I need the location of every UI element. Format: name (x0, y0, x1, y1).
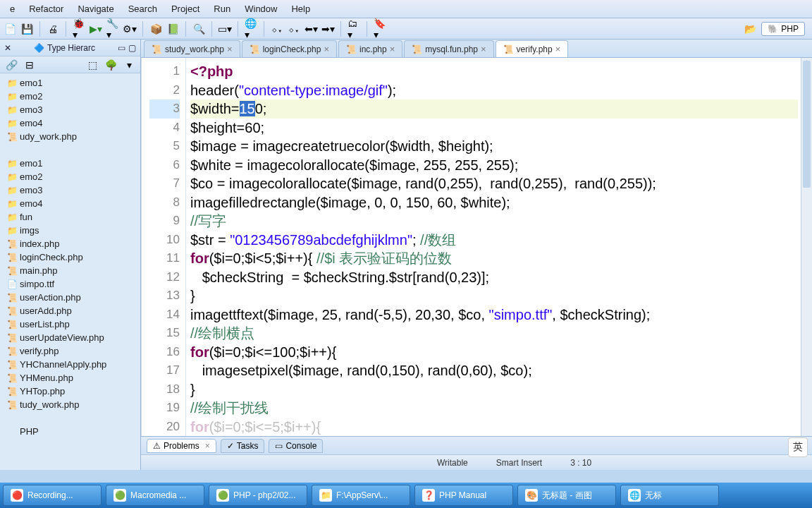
tree-item[interactable]: 📁emo4 (0, 116, 140, 130)
tree-item[interactable]: 📁emo3 (0, 103, 140, 116)
minimize-icon[interactable]: ▭ (118, 43, 125, 53)
editor-tab[interactable]: 📜mysql.fun.php× (404, 40, 493, 57)
bottom-tab[interactable]: ▭Console (269, 439, 323, 453)
editor-tab[interactable]: 📜loginCheck.php× (242, 40, 337, 57)
code-line[interactable]: } (190, 380, 798, 399)
menu-icon[interactable]: ▾ (122, 58, 136, 72)
code-line[interactable]: //绘制干扰线 (190, 399, 798, 418)
tree-item[interactable]: 📁emo3 (0, 183, 140, 197)
new-class-icon[interactable]: 📗 (166, 22, 180, 36)
taskbar-button[interactable]: 🎨无标题 - 画图 (517, 485, 616, 506)
tree-item[interactable]: 📄simpo.ttf (0, 277, 140, 291)
tree-item[interactable]: 📜index.php (0, 237, 140, 250)
tree-item[interactable]: 📁emo1 (0, 76, 140, 90)
link-icon[interactable]: 🔗 (4, 58, 18, 72)
close-icon[interactable]: × (555, 44, 561, 54)
fwd-icon[interactable]: ➡▾ (321, 22, 335, 36)
tree-item[interactable]: 📁emo2 (0, 90, 140, 103)
close-icon[interactable]: × (390, 44, 395, 54)
tree-item[interactable] (0, 143, 140, 157)
taskbar-button[interactable]: ❓PHP Manual (414, 485, 513, 506)
menu-item[interactable]: Search (121, 2, 164, 16)
code-line[interactable]: imagettftext($image, 25, rand(-5,5), 20,… (190, 306, 798, 325)
tree-item[interactable]: 📜userList.php (0, 318, 140, 331)
editor-tab[interactable]: 📜study_work.php× (144, 40, 240, 57)
bottom-tab[interactable]: ⚠Problems× (147, 439, 216, 453)
code-line[interactable]: <?php (190, 62, 798, 81)
close-view-icon[interactable]: ✕ (4, 43, 11, 53)
menu-item[interactable]: Refactor (22, 2, 70, 16)
code-line[interactable]: header("content-type:image/gif"); (190, 81, 798, 100)
menu-item[interactable]: Window (238, 2, 284, 16)
tree-item[interactable]: 📜udy_work.php (0, 130, 140, 143)
code-line[interactable]: //写字 (190, 212, 798, 231)
close-icon[interactable]: × (324, 44, 329, 54)
tree-item[interactable]: 📁emo1 (0, 157, 140, 170)
taskbar-button[interactable]: 🟢Macromedia ... (106, 485, 204, 506)
code-line[interactable]: $height=60; (190, 119, 798, 138)
menu-item[interactable]: Project (164, 2, 207, 16)
code-line[interactable]: } (190, 286, 798, 306)
tree-item[interactable]: 📜main.php (0, 264, 140, 277)
menu-item[interactable]: Help (284, 2, 317, 16)
menu-item[interactable]: e (3, 2, 22, 16)
bookmark-icon[interactable]: 🔖▾ (373, 22, 387, 36)
print-icon[interactable]: 🖨 (46, 22, 60, 36)
tree-item[interactable]: 📜userAdd.php (0, 304, 140, 318)
tree-item[interactable]: 📜verify.php (0, 344, 140, 358)
tree-item[interactable]: 📜loginCheck.php (0, 250, 140, 264)
sort-icon[interactable]: ⬚ (85, 58, 99, 72)
code-line[interactable]: $width=150; (190, 99, 798, 119)
project-tree[interactable]: 📁emo1📁emo2📁emo3📁emo4📜udy_work.php📁emo1📁e… (0, 73, 140, 470)
perspective-button[interactable]: 🐘 PHP (761, 22, 805, 36)
tree-item[interactable]: 📜YHTop.php (0, 385, 140, 398)
code-line[interactable]: $white = imagecolorallocate($image, 255,… (190, 156, 798, 175)
new-package-icon[interactable]: 📦 (149, 22, 163, 36)
code-line[interactable]: imagefilledrectangle($image, 0, 0, 150, … (190, 193, 798, 212)
tree-item[interactable]: 📜userAction.php (0, 291, 140, 304)
window-icon[interactable]: ▭▾ (218, 22, 232, 36)
maximize-icon[interactable]: ▢ (128, 43, 136, 53)
code-editor[interactable]: 1234567891011121314151617181920 <?phphea… (141, 58, 812, 436)
tree-item[interactable]: 📁fun (0, 210, 140, 224)
run-icon[interactable]: ▶▾ (89, 22, 103, 36)
debug-icon[interactable]: 🐞▾ (72, 22, 86, 36)
code-line[interactable]: for($i=0;$i<=5;$i++){ (190, 418, 798, 437)
close-icon[interactable]: × (227, 44, 233, 54)
taskbar-button[interactable]: 🌐无标 (620, 485, 719, 506)
external-icon[interactable]: 🔧▾ (106, 22, 120, 36)
taskbar-button[interactable]: 📁F:\AppServ\... (312, 485, 410, 506)
close-icon[interactable]: × (481, 44, 486, 54)
bottom-tab[interactable]: ✓Tasks (221, 439, 265, 453)
nav-icon[interactable]: ⬦▾ (270, 22, 284, 36)
vertical-scrollbar[interactable]: ▲ (801, 58, 812, 436)
back-icon[interactable]: ⬅▾ (304, 22, 318, 36)
search-icon[interactable]: 🔍 (192, 22, 206, 36)
tree-item[interactable]: 📜YHMenu.php (0, 371, 140, 385)
code-line[interactable]: imagesetpixel($image, rand(0,150), rand(… (190, 361, 798, 380)
code-line[interactable]: $co = imagecolorallocate($image, rand(0,… (190, 174, 798, 193)
save-icon[interactable]: 💾 (20, 22, 34, 36)
code-lines[interactable]: <?phpheader("content-type:image/gif");$w… (186, 58, 801, 436)
tree-item[interactable]: PHP (0, 425, 140, 438)
filter-icon[interactable]: 🌳 (104, 58, 118, 72)
menu-item[interactable]: Run (207, 2, 238, 16)
tree-item[interactable]: 📜tudy_work.php (0, 398, 140, 411)
scroll-thumb[interactable] (803, 61, 811, 188)
tree-item[interactable]: 📜userUpdateView.php (0, 331, 140, 344)
editor-tab[interactable]: 📜verify.php× (496, 40, 569, 57)
tree-item[interactable]: 📁emo4 (0, 197, 140, 210)
collapse-icon[interactable]: ⊟ (23, 58, 37, 72)
close-icon[interactable]: × (205, 441, 210, 451)
new-icon[interactable]: 📄 (3, 22, 17, 36)
task-icon[interactable]: 🗂▾ (347, 22, 361, 36)
code-line[interactable]: $str = "0123456789abcdefghijklmn"; //数组 (190, 231, 798, 250)
browser-icon[interactable]: 🌐▾ (244, 22, 258, 36)
code-line[interactable]: $checkString = $checkString.$str[rand(0,… (190, 268, 798, 287)
editor-tab[interactable]: 📜inc.php× (338, 40, 402, 57)
tree-item[interactable]: 📁emo2 (0, 170, 140, 183)
code-line[interactable]: for($i=0;$i<=100;$i++){ (190, 343, 798, 362)
tree-item[interactable]: 📜YHChannelApply.php (0, 358, 140, 371)
taskbar-button[interactable]: 🔴Recording... (3, 485, 102, 506)
taskbar-button[interactable]: 🟢PHP - php2/02... (209, 485, 307, 506)
